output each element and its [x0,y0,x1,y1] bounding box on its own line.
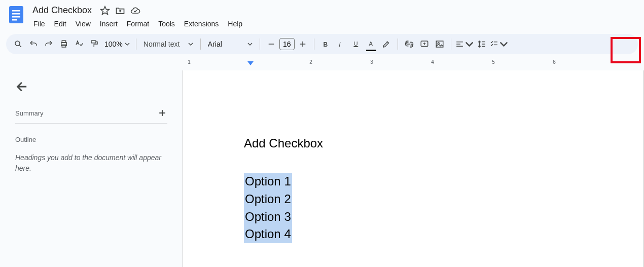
menu-view[interactable]: View [71,18,95,30]
outline-empty-text: Headings you add to the document will ap… [15,152,162,174]
separator [451,39,451,50]
ruler-label: 3 [369,59,374,65]
summary-label: Summary [15,109,44,117]
underline-button[interactable]: U [349,37,363,51]
svg-rect-23 [436,41,443,47]
ruler-label: 6 [552,59,557,65]
italic-button[interactable]: I [334,37,348,51]
paragraph-style-select[interactable]: Normal text [140,40,196,48]
list-item[interactable]: Option 3 [244,208,292,226]
indent-marker-icon[interactable] [247,60,254,67]
svg-rect-2 [12,13,20,15]
bold-button[interactable]: B [318,37,333,51]
menu-edit[interactable]: Edit [50,18,70,30]
svg-text:U: U [353,41,357,47]
cloud-status-icon[interactable] [130,6,140,16]
collapse-outline-button[interactable] [15,80,29,94]
chevron-down-icon [188,42,193,47]
ruler-label: 5 [491,59,496,65]
insert-image-button[interactable] [433,37,447,51]
chevron-down-icon [499,40,508,49]
star-icon[interactable] [100,6,110,16]
svg-rect-3 [12,16,20,18]
svg-rect-1 [12,10,20,12]
undo-icon[interactable] [26,37,41,51]
svg-marker-33 [247,61,254,65]
print-icon[interactable] [57,37,71,51]
svg-point-6 [15,41,20,46]
chevron-down-icon [247,42,253,47]
add-summary-button[interactable] [157,108,167,118]
separator [314,39,314,50]
zoom-select[interactable]: 100% [102,40,132,48]
svg-rect-9 [62,41,66,43]
align-button[interactable] [455,37,474,51]
search-icon[interactable] [11,37,25,51]
paragraph-style-value: Normal text [144,40,180,48]
list-item[interactable]: Option 1 [244,173,292,190]
move-icon[interactable] [115,6,125,16]
ruler-label: 2 [308,59,313,65]
menu-insert[interactable]: Insert [96,18,122,30]
redo-icon[interactable] [42,37,56,51]
horizontal-ruler[interactable]: 1 2 3 4 5 6 [188,59,644,70]
font-family-value: Arial [208,40,222,48]
add-comment-button[interactable] [417,37,432,51]
toolbar: 100% Normal text Arial B I U A [6,34,638,54]
chevron-down-icon [125,42,130,47]
line-spacing-button[interactable] [475,37,489,51]
separator [398,39,398,50]
ruler-label: 4 [430,59,435,65]
separator [136,39,136,50]
chevron-down-icon [465,40,474,49]
document-page[interactable]: Add Checkbox Option 1 Option 2 Option 3 … [183,70,644,267]
insert-link-button[interactable] [402,37,416,51]
menu-format[interactable]: Format [123,18,153,30]
increase-font-size-button[interactable] [296,37,310,51]
decrease-font-size-button[interactable] [264,37,278,51]
text-color-button[interactable]: A [364,37,378,51]
menu-extensions[interactable]: Extensions [180,18,223,30]
font-family-select[interactable]: Arial [205,40,256,48]
svg-line-7 [19,45,21,47]
selected-text-block[interactable]: Option 1 Option 2 Option 3 Option 4 [244,173,292,243]
outline-label: Outline [15,136,167,143]
highlight-color-button[interactable] [379,37,393,51]
menu-tools[interactable]: Tools [154,18,179,30]
doc-title[interactable]: Add Checkbox [29,4,95,17]
menu-file[interactable]: File [29,18,49,30]
svg-rect-0 [9,6,23,23]
svg-marker-5 [101,6,110,14]
svg-text:B: B [323,41,328,48]
menu-bar: File Edit View Insert Format Tools Exten… [29,18,246,30]
separator [200,39,201,50]
list-item[interactable]: Option 4 [244,225,292,243]
zoom-value: 100% [104,40,123,48]
paint-format-icon[interactable] [87,37,101,51]
svg-text:A: A [369,41,373,47]
checklist-button[interactable] [490,37,508,51]
list-item[interactable]: Option 2 [244,190,292,208]
ruler-label: 1 [187,59,192,65]
menu-help[interactable]: Help [224,18,246,30]
separator [260,39,260,50]
svg-rect-11 [91,41,96,43]
document-heading[interactable]: Add Checkbox [244,136,643,150]
spellcheck-icon[interactable] [72,37,86,51]
svg-rect-4 [12,19,17,21]
outline-sidebar: Summary Outline Headings you add to the … [0,70,183,267]
docs-logo[interactable] [6,4,26,24]
svg-text:I: I [339,41,341,48]
font-size-input[interactable] [279,38,295,50]
